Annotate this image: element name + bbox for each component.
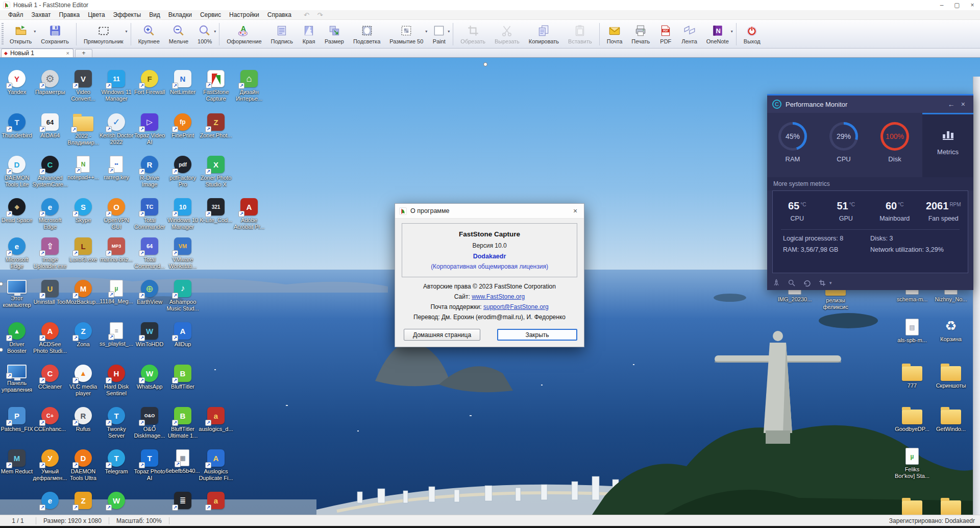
dropdown-caret-icon[interactable]: ▾ [448, 29, 450, 34]
desktop-icon-11184-meg-[interactable]: µ↗11184_Meg... [99, 280, 134, 305]
desktop-icon-telegram[interactable]: T↗Telegram [99, 449, 134, 475]
desktop-icon-marina-briz-[interactable]: MP3↗marina-briz... [99, 237, 134, 263]
menu-item[interactable]: Правка [55, 11, 84, 18]
minimize-button[interactable]: – [934, 0, 949, 10]
more-system-metrics[interactable]: More system metrics [767, 177, 973, 190]
home-page-button[interactable]: Домашняя страница [404, 329, 480, 341]
desktop-icon-zoner-photo[interactable]: X↗Zoner PhotoStudio X [198, 156, 234, 188]
desktop-icon-uninstall-tool[interactable]: U↗Uninstall Tool [32, 280, 68, 305]
desktop-icon-rarreg-key[interactable]: ••↗rarreg.key [99, 156, 134, 181]
toolbar-button-resizeic[interactable]: Размер [320, 21, 349, 47]
toolbar-button-zoomin[interactable]: Крупнее [134, 21, 164, 47]
desktop-icon-ashampoo[interactable]: ♪↗AshampooMusic Stud... [165, 280, 201, 312]
desktop-icon-vlc-media[interactable]: ▲↗VLC mediaplayer [65, 365, 101, 397]
desktop-icon-auslogics[interactable]: A↗AuslogicsDuplicate Fi... [198, 449, 234, 482]
desktop-icon-blufftitler[interactable]: B↗BluffTitlerUltimate 1... [165, 407, 201, 439]
toolbar-button-zoom100[interactable]: 100%▾ [193, 21, 216, 47]
desktop-icon-patches-fix[interactable]: P↗Patches_FIX [0, 407, 35, 433]
undo-icon[interactable] [803, 279, 811, 287]
tab-metrics[interactable]: Metrics [922, 113, 973, 177]
desktop-icon[interactable] [894, 497, 930, 515]
dropdown-caret-icon[interactable]: ▾ [214, 29, 216, 34]
toolbar-button-rect[interactable]: Прямоугольник▾ [79, 21, 128, 47]
desktop-icon-k-lite-cod-[interactable]: 321↗K-Lite_Cod... [198, 198, 234, 224]
new-tab-button[interactable]: + [75, 49, 92, 57]
desktop-icon-дизайн[interactable]: ⌂↗ДизайнИнтерье... [231, 70, 267, 102]
desktop-icon-zona[interactable]: Z↗Zona [65, 322, 101, 348]
desktop-icon-vmware[interactable]: VM↗VMwareWorkstati... [165, 237, 201, 270]
desktop-icon-image[interactable]: ⇧↗ImageUploader.exe [32, 237, 68, 270]
desktop-icon-openvpn[interactable]: O↗OpenVPNGUI [99, 198, 134, 230]
toolbar-button-blur[interactable]: Размытие 50▾ [385, 21, 428, 47]
desktop-icon-topaz-photo[interactable]: T↗Topaz PhotoAI [132, 449, 167, 482]
desktop-icon-getwindo-[interactable]: GetWindo... [933, 406, 969, 433]
rocket-icon[interactable] [772, 279, 780, 287]
menu-item[interactable]: Файл [4, 11, 28, 18]
toolbar-button-mail[interactable]: Почта [602, 21, 627, 47]
toolbar-button-paint[interactable]: Paint▾ [428, 21, 450, 47]
dialog-close-button[interactable]: Закрыть [497, 329, 577, 341]
tab-close-icon[interactable]: × [65, 50, 70, 56]
desktop-icon-thunderbird[interactable]: T↗Thunderbird [0, 113, 35, 139]
desktop-icon-корзина[interactable]: ♻Корзина [933, 317, 969, 343]
desktop-icon[interactable]: e↗ [32, 492, 68, 509]
desktop-icon[interactable]: W↗ [99, 492, 134, 509]
desktop-icon-mem-reduct[interactable]: M↗Mem Reduct [0, 449, 35, 475]
desktop-icon-faststone[interactable]: ↗FastStoneCapture [198, 70, 234, 102]
desktop-icon-adobe[interactable]: A↗AdobeAcrobat Pr... [231, 198, 267, 230]
desktop-icon-r-drive[interactable]: R↗R-DriveImage [132, 156, 167, 188]
desktop-icon-fort-firewall[interactable]: F↗Fort Firewall [132, 70, 167, 95]
desktop-icon-microsoft[interactable]: e↗MicrosoftEdge [0, 237, 35, 270]
dropdown-caret-icon[interactable]: ▾ [34, 29, 36, 34]
selection-handle-top[interactable] [483, 62, 487, 66]
desktop-icon-hard-disk[interactable]: H↗Hard DiskSentinel [99, 365, 134, 397]
desktop-icon-o-o[interactable]: O&O↗O&ODiskImage... [132, 407, 167, 439]
menu-item[interactable]: Цвета [84, 11, 109, 18]
desktop-icon-панель[interactable]: ↗Панельуправления [0, 365, 35, 393]
desktop-icon-zoner-phot-[interactable]: Z↗Zoner.Phot... [198, 113, 234, 139]
desktop-icon-параметры[interactable]: ⚙↗Параметры [32, 70, 68, 95]
desktop-icon[interactable]: a↗ [198, 492, 234, 509]
desktop-icon-acdsee[interactable]: A↗ACDSeePhoto Studi... [32, 322, 68, 354]
toolbar-button-caption[interactable]: Подпись [266, 21, 298, 47]
search-icon[interactable] [788, 279, 796, 287]
desktop-icon-blufftitler[interactable]: B↗BluffTitler [165, 365, 201, 390]
desktop-icon-rufus[interactable]: R↗Rufus [65, 407, 101, 433]
desktop-icon-luxor3-exe[interactable]: L↗Luxor3.exe [65, 237, 101, 263]
toolbar-button-draw[interactable]: Оформление [222, 21, 266, 47]
menu-item[interactable]: Эффекты [109, 11, 145, 18]
tab-novyi-1[interactable]: ◆ Новый 1 × [1, 49, 74, 57]
panel-close-icon[interactable]: × [958, 100, 968, 108]
desktop-icon-video[interactable]: V↗VideoConvert... [65, 70, 101, 102]
desktop-icon[interactable] [933, 497, 969, 515]
toolbar-button-edge[interactable]: Края [298, 21, 320, 47]
desktop-icon[interactable]: Z↗ [65, 492, 101, 509]
undo-redo-icons[interactable]: ↶ ↷ [304, 11, 326, 19]
toolbar-button-copy[interactable]: Копировать [524, 21, 564, 47]
maximize-button[interactable]: ▢ [949, 0, 965, 10]
licensee-link[interactable]: Dodakaedr [473, 253, 506, 260]
desktop-icon-yandex[interactable]: Y↗Yandex [0, 70, 35, 95]
desktop-icon-ccleaner[interactable]: C↗CCleaner [32, 365, 68, 390]
mail-link[interactable]: support@FastStone.org [483, 303, 549, 310]
desktop-icon-6ebefb5b40-[interactable]: ▦↗6ebefb5b40... [165, 449, 201, 474]
desktop-icon-whatsapp[interactable]: W↗WhatsApp [132, 365, 167, 390]
toolbar-button-open[interactable]: Открыть▾ [5, 21, 36, 47]
dropdown-caret-icon[interactable]: ▾ [425, 29, 427, 34]
menu-item[interactable]: Настройки [225, 11, 263, 18]
toolbar-button-zoomout[interactable]: Мельче [164, 21, 193, 47]
desktop-icon-als-spb-m-[interactable]: ▤als-spb-m... [894, 319, 930, 344]
menu-item[interactable]: Сервис [196, 11, 225, 18]
desktop-icon-ccenhanc-[interactable]: C+↗CCEnhanc... [32, 407, 68, 433]
crop-icon[interactable] [818, 279, 826, 287]
desktop-icon-windows-11[interactable]: 11↗Windows 11Manager [99, 70, 134, 102]
desktop-icon-total[interactable]: TC↗TotalCommander [132, 198, 167, 230]
desktop-icon-dead-space[interactable]: ◆↗Dead Space [0, 198, 35, 224]
desktop-icon-fineprint[interactable]: fp↗FinePrint [165, 113, 201, 139]
desktop-icon-earthview[interactable]: ⊕↗EarthView [132, 280, 167, 305]
desktop-icon-wintohdd[interactable]: W↗WinToHDD [132, 322, 167, 348]
toolbar-button-highlight[interactable]: Подсветка [349, 21, 385, 47]
about-dialog-close-icon[interactable]: × [567, 204, 584, 219]
desktop-icon-windows-10[interactable]: 10↗Windows 10Manager [165, 198, 201, 230]
desktop-icon-aida64[interactable]: 64↗AIDA64 [32, 113, 68, 139]
